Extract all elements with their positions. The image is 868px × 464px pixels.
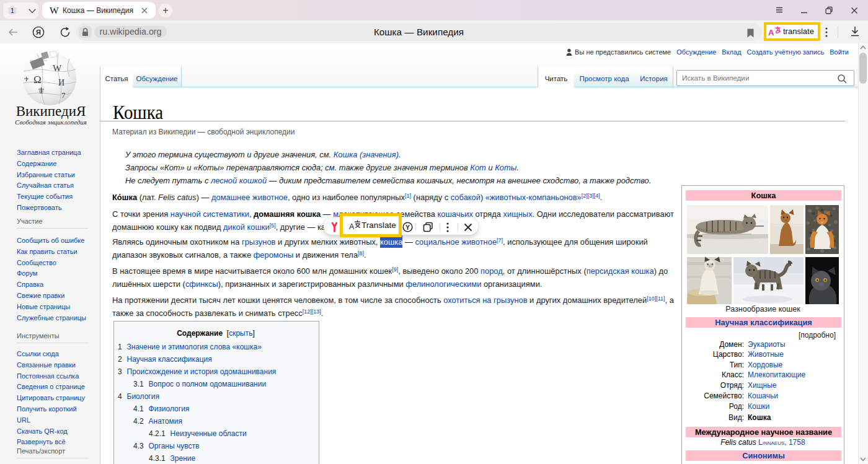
svg-text:И: И <box>58 78 64 87</box>
svg-text:Y: Y <box>405 224 410 231</box>
svg-text:Ω: Ω <box>33 74 42 85</box>
svg-text:Я: Я <box>36 28 41 36</box>
svg-text:1: 1 <box>11 7 14 14</box>
svg-text:W: W <box>53 63 62 73</box>
svg-text:7: 7 <box>61 90 66 100</box>
svg-text:A: A <box>768 28 774 37</box>
svg-text:A: A <box>349 222 355 231</box>
